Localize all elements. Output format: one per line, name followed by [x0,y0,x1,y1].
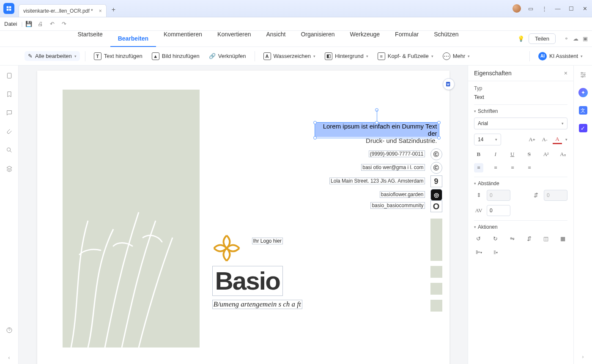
checkmark-icon[interactable]: ✓ [578,123,588,133]
strikethrough-icon[interactable]: S [524,150,534,159]
svg-point-5 [581,72,582,74]
add-image-tool[interactable]: ▲ Bild hinzufügen [148,51,203,62]
cloud-upload-icon[interactable]: ☁ [573,36,578,42]
more-tool[interactable]: ⋯ Mehr▾ [439,51,474,62]
add-text-label: Text hinzufügen [104,53,143,59]
fonts-section[interactable]: Schriften [474,108,567,114]
search-icon[interactable] [5,146,14,154]
distribute-icon[interactable]: ⫴▾ [491,248,500,257]
help-icon[interactable] [5,326,14,334]
watermark-tool[interactable]: A Wasserzeichen▾ [260,51,319,62]
edit-all-tool[interactable]: ✎ Alle bearbeiten ▾ [25,51,80,61]
menu-edit[interactable]: Bearbeiten [110,31,156,47]
minimize-icon[interactable]: — [554,5,562,12]
undo-icon[interactable]: ↶ [47,21,58,27]
line-spacing-input[interactable]: 0 [487,190,510,201]
bold-icon[interactable]: B [474,150,483,159]
rotate-right-icon[interactable]: ↻ [491,234,500,244]
font-size-dropdown[interactable]: 14▾ [474,134,501,145]
ai-assistant-tool[interactable]: AI KI Assistent▾ [535,50,586,62]
menu-form[interactable]: Formular [387,31,426,47]
header-footer-tool[interactable]: ≡ Kopf- & Fußzeile▾ [374,51,437,62]
canvas[interactable]: W Lorem ipsum ist einfach ein Dummy Text… [19,66,468,364]
lightbulb-icon[interactable]: 💡 [518,36,524,42]
address-text[interactable]: Lola Main Street. 123 Jls AG. Amsterdam [329,178,425,184]
close-window-icon[interactable]: ✕ [581,5,589,12]
watermark-label: Wasserzeichen [274,53,311,59]
expand-right-icon[interactable]: › [578,351,588,361]
thumbnails-icon[interactable] [5,71,14,80]
panel-toggle-icon[interactable]: ▭ [527,5,534,12]
user-avatar[interactable] [513,4,521,13]
ai-chat-icon[interactable]: ✦ [578,88,588,98]
menu-organize[interactable]: Organisieren [293,31,342,47]
line-spacing-icon: ⇕ [474,191,483,200]
align-left-icon[interactable]: ≡ [474,163,483,172]
settings-sliders-icon[interactable] [578,70,588,80]
maximize-icon[interactable]: ☐ [567,5,575,12]
actions-section[interactable]: Aktionen [474,224,567,230]
deco-sq-1 [430,266,442,278]
new-tab-button[interactable]: + [112,6,115,14]
underline-icon[interactable]: U [508,150,517,159]
subtitle[interactable]: B/umeng artengemein s ch a ft [212,300,302,309]
spacing-section[interactable]: Abstände [474,181,567,186]
attachments-icon[interactable] [5,127,14,136]
crop-icon[interactable]: ◫ [541,234,551,244]
selected-line1: Lorem ipsum ist einfach ein Dummy Text d… [315,123,439,137]
close-tab-icon[interactable]: × [99,8,102,14]
bookmarks-icon[interactable] [5,90,14,99]
logo-label[interactable]: Ihr Logo hier [252,238,283,244]
align-justify-icon[interactable]: ≡ [525,163,534,172]
company-title[interactable]: Basio [212,266,283,296]
phone-text[interactable]: (9999)-9090-7777-0011 [369,151,425,157]
export-icon[interactable]: ▣ [583,36,588,42]
document-tab[interactable]: visitenkarte-er...llen_OCR.pdf * × [19,4,107,17]
email-text[interactable]: basi otlo wer@gma i l. com [361,164,425,171]
type-label: Typ [474,85,567,91]
collapse-left-icon[interactable]: ‹ [5,353,14,361]
para-spacing-input[interactable]: 0 [544,190,567,201]
layers-icon[interactable] [5,164,14,173]
print-icon[interactable]: 🖨 [35,21,47,27]
replace-icon[interactable]: ▦ [558,234,567,244]
align-right-icon[interactable]: ≡ [508,163,517,172]
flip-h-icon[interactable]: ⇋ [508,234,517,244]
char-spacing-input[interactable]: 0 [487,205,510,216]
website-text[interactable]: basioflower.garden [380,191,425,198]
menu-tools[interactable]: Werkzeuge [343,31,388,47]
more-icon[interactable]: ⋮ [540,5,548,12]
share-button[interactable]: Teilen [529,33,556,44]
menu-convert[interactable]: Konvertieren [210,31,258,47]
flip-v-icon[interactable]: ⇵ [524,234,534,244]
share-link-icon[interactable]: ⚬ [564,36,569,42]
close-panel-icon[interactable]: × [564,70,567,77]
save-icon[interactable]: 💾 [23,21,35,27]
comments-icon[interactable] [5,109,14,117]
menu-protect[interactable]: Schützen [426,31,466,47]
background-tool[interactable]: ◧ Hintergrund▾ [321,51,372,62]
align-center-icon[interactable]: ≡ [491,163,500,172]
word-export-badge[interactable]: W [443,78,455,90]
number-icon: 9 [430,175,442,187]
selected-text-box[interactable]: Lorem ipsum ist einfach ein Dummy Text d… [315,122,439,138]
social-text[interactable]: basio_basiocommunity [370,202,425,209]
italic-icon[interactable]: I [491,150,500,159]
rotate-left-icon[interactable]: ↺ [474,234,483,244]
increase-font-icon[interactable]: A+ [527,135,537,144]
menu-view[interactable]: Ansicht [258,31,293,47]
decrease-font-icon[interactable]: A- [540,135,549,144]
subscript-icon[interactable]: A₂ [558,150,567,159]
menu-start[interactable]: Startseite [70,31,110,47]
menu-comment[interactable]: Kommentieren [156,31,210,47]
font-color-icon[interactable]: A [553,135,562,144]
align-objects-icon[interactable]: ⊫▾ [474,248,483,257]
redo-icon[interactable]: ↷ [58,21,70,27]
link-tool[interactable]: 🔗 Verknüpfen [206,51,249,61]
superscript-icon[interactable]: A² [541,150,551,159]
file-menu[interactable]: Datei [4,21,17,27]
add-text-tool[interactable]: T Text hinzufügen [90,51,146,62]
translate-icon[interactable]: 文 [578,105,588,115]
panel-title: Eigenschaften [474,70,512,77]
font-family-dropdown[interactable]: Arial▾ [474,118,567,129]
